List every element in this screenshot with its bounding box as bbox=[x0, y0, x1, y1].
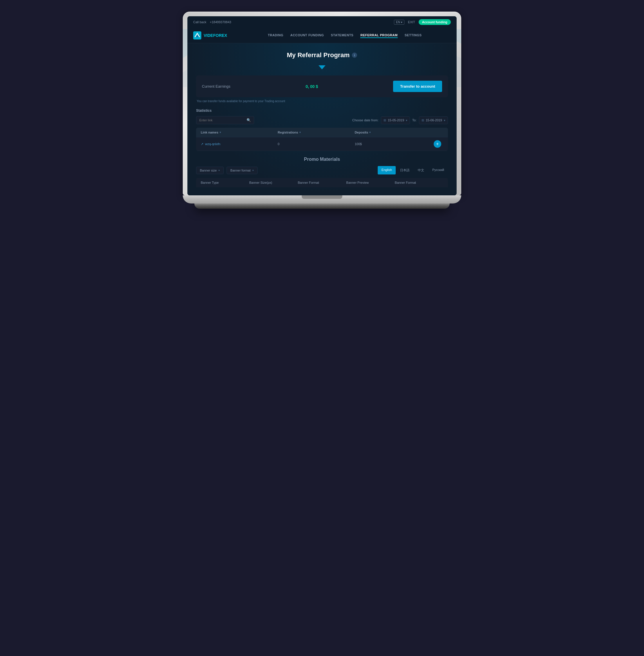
logo-icon bbox=[193, 31, 201, 40]
link-cell: ↗ wzq-qnlxfn bbox=[201, 142, 278, 146]
banner-col-preview: Banner Preview bbox=[346, 181, 395, 184]
col-actions bbox=[432, 131, 443, 134]
laptop-notch bbox=[302, 195, 342, 199]
date-to-label: To: bbox=[412, 118, 417, 122]
nav-referral-program[interactable]: REFERRAL PROGRAM bbox=[360, 33, 397, 38]
top-bar: Call back +18499370843 EN ▾ EXIT Account… bbox=[187, 16, 457, 28]
date-to-value: 15-06-2019 bbox=[426, 118, 442, 122]
page-title-text: My Referral Program bbox=[287, 51, 349, 59]
deposits-cell: 100$ bbox=[355, 142, 432, 146]
page-title-area: My Referral Program i bbox=[196, 51, 448, 59]
statistics-title: Statistics bbox=[196, 109, 448, 113]
date-from-chevron-icon: ▾ bbox=[406, 119, 407, 122]
lang-tab-english[interactable]: English bbox=[378, 166, 396, 174]
col-deposits: Deposits ▾ bbox=[355, 131, 432, 134]
nav-bar: VIDEFOREX TRADING ACCOUNT FUNDING STATEM… bbox=[187, 28, 457, 43]
lang-tab-japanese[interactable]: 日本語 bbox=[396, 166, 413, 174]
date-from-value: 15-05-2019 bbox=[388, 118, 404, 122]
banner-format-dropdown[interactable]: Banner format ▾ bbox=[227, 167, 258, 174]
language-selector[interactable]: EN ▾ bbox=[394, 20, 405, 25]
nav-account-funding[interactable]: ACCOUNT FUNDING bbox=[291, 33, 324, 38]
chevron-down-icon bbox=[196, 65, 448, 71]
earnings-label: Current Earnings bbox=[202, 84, 230, 89]
main-inner: Call back +18499370843 EN ▾ EXIT Account… bbox=[187, 16, 457, 195]
banner-table-header: Banner Type Banner Size(px) Banner Forma… bbox=[196, 178, 448, 187]
date-to-picker[interactable]: ⊞ 15-06-2019 ▾ bbox=[419, 116, 448, 124]
registrations-cell: 0 bbox=[278, 142, 354, 146]
laptop-screen-outer: Call back +18499370843 EN ▾ EXIT Account… bbox=[183, 12, 461, 195]
search-box[interactable]: 🔍 bbox=[196, 116, 254, 124]
page-title: My Referral Program i bbox=[287, 51, 357, 59]
banner-col-size: Banner Size(px) bbox=[249, 181, 298, 184]
stats-table: Link names ▾ Registrations ▾ Deposits ▾ bbox=[196, 128, 448, 151]
col-registrations-label: Registrations bbox=[278, 131, 298, 134]
language-code: EN bbox=[396, 21, 400, 24]
calendar-to-icon: ⊞ bbox=[421, 118, 424, 122]
logo[interactable]: VIDEFOREX bbox=[193, 31, 227, 40]
account-funding-nav-button[interactable]: Account funding bbox=[419, 19, 451, 25]
sort-reg-icon: ▾ bbox=[299, 131, 301, 134]
transfer-hint: You can transfer funds available for pay… bbox=[196, 100, 448, 103]
banner-size-label: Banner size bbox=[200, 169, 217, 172]
logo-forex: FOREX bbox=[213, 33, 227, 38]
link-name: wzq-qnlxfn bbox=[205, 142, 221, 146]
banner-col-format2: Banner Format bbox=[395, 181, 443, 184]
main-content: My Referral Program i Current Earnings 0… bbox=[187, 43, 457, 195]
call-back-label: Call back bbox=[193, 20, 206, 24]
add-link-button[interactable]: + bbox=[434, 140, 441, 148]
laptop-container: Call back +18499370843 EN ▾ EXIT Account… bbox=[183, 12, 461, 209]
language-tabs: English 日本語 中文 Русский bbox=[378, 166, 448, 174]
language-chevron-icon: ▾ bbox=[401, 21, 402, 24]
logo-text: VIDEFOREX bbox=[204, 33, 227, 38]
add-btn-cell: + bbox=[432, 140, 443, 148]
nav-settings[interactable]: SETTINGS bbox=[405, 33, 422, 38]
col-registrations: Registrations ▾ bbox=[278, 131, 354, 134]
top-bar-left: Call back +18499370843 bbox=[193, 20, 231, 24]
laptop-bottom-shadow bbox=[194, 203, 450, 209]
promo-dropdowns: Banner size ▾ Banner format ▾ bbox=[196, 167, 258, 174]
transfer-to-account-button[interactable]: Transfer to account bbox=[393, 81, 442, 92]
search-icon: 🔍 bbox=[247, 118, 251, 122]
nav-links: TRADING ACCOUNT FUNDING STATEMENTS REFER… bbox=[239, 33, 451, 38]
date-to-chevron-icon: ▾ bbox=[444, 119, 445, 122]
sort-link-icon: ▾ bbox=[220, 131, 221, 134]
col-link-names-label: Link names bbox=[201, 131, 218, 134]
link-arrow-icon: ↗ bbox=[201, 142, 203, 146]
search-input[interactable] bbox=[199, 118, 245, 122]
svg-marker-3 bbox=[319, 65, 325, 69]
lang-tab-russian[interactable]: Русский bbox=[429, 166, 448, 174]
laptop-screen: Call back +18499370843 EN ▾ EXIT Account… bbox=[187, 16, 457, 195]
nav-statements[interactable]: STATEMENTS bbox=[331, 33, 353, 38]
banner-size-chevron-icon: ▾ bbox=[218, 169, 220, 172]
promo-title: Promo Materials bbox=[196, 157, 448, 162]
sort-dep-icon: ▾ bbox=[369, 131, 371, 134]
date-from-label: Choose date from: bbox=[352, 118, 378, 122]
banner-format-chevron-icon: ▾ bbox=[252, 169, 254, 172]
exit-button[interactable]: EXIT bbox=[408, 20, 415, 24]
info-icon[interactable]: i bbox=[352, 52, 357, 58]
stats-controls: 🔍 Choose date from: ⊞ 15-05-2019 ▾ bbox=[196, 116, 448, 124]
col-link-names: Link names ▾ bbox=[201, 131, 278, 134]
promo-section: Promo Materials Banner size ▾ Banner for… bbox=[196, 157, 448, 187]
top-bar-right: EN ▾ EXIT Account funding bbox=[394, 19, 451, 25]
banner-col-type: Banner Type bbox=[201, 181, 249, 184]
date-controls: Choose date from: ⊞ 15-05-2019 ▾ To: ⊞ 1… bbox=[352, 116, 448, 124]
banner-format-label: Banner format bbox=[230, 169, 251, 172]
earnings-value: 0, 00 $ bbox=[305, 84, 318, 89]
promo-controls: Banner size ▾ Banner format ▾ English bbox=[196, 166, 448, 174]
banner-size-dropdown[interactable]: Banner size ▾ bbox=[196, 167, 224, 174]
lang-tab-chinese[interactable]: 中文 bbox=[414, 166, 428, 174]
statistics-section: Statistics 🔍 Choose date from: bbox=[196, 109, 448, 151]
calendar-from-icon: ⊞ bbox=[384, 118, 386, 122]
earnings-card: Current Earnings 0, 00 $ Transfer to acc… bbox=[196, 75, 448, 97]
phone-number: +18499370843 bbox=[210, 20, 231, 24]
date-from-picker[interactable]: ⊞ 15-05-2019 ▾ bbox=[381, 116, 410, 124]
logo-vide: VIDE bbox=[204, 33, 213, 38]
nav-trading[interactable]: TRADING bbox=[268, 33, 283, 38]
table-row: ↗ wzq-qnlxfn 0 100$ + bbox=[196, 137, 448, 151]
laptop-base bbox=[183, 195, 461, 203]
col-deposits-label: Deposits bbox=[355, 131, 368, 134]
banner-col-format: Banner Format bbox=[298, 181, 346, 184]
table-header: Link names ▾ Registrations ▾ Deposits ▾ bbox=[196, 128, 448, 137]
